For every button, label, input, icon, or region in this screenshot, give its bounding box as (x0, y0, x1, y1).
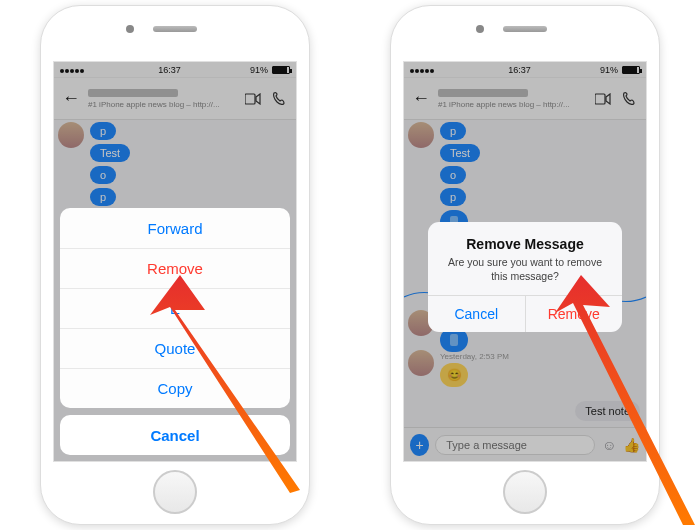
home-button[interactable] (503, 470, 547, 514)
screen-right: 16:37 91% ← #1 iPhone apple news blog – … (403, 61, 647, 462)
action-forward[interactable]: Forward (60, 208, 290, 248)
speaker-grille (153, 26, 197, 32)
home-button[interactable] (153, 470, 197, 514)
remove-alert: Remove Message Are you sure you want to … (428, 222, 622, 332)
alert-message: Are you sure you want to remove this mes… (444, 256, 606, 283)
alert-cancel[interactable]: Cancel (428, 296, 525, 332)
action-sheet: Forward Remove E Quote Copy Cancel (60, 208, 290, 455)
screen-left: 16:37 91% ← #1 iPhone apple news blog – … (53, 61, 297, 462)
alert-title: Remove Message (444, 236, 606, 252)
alert-remove[interactable]: Remove (525, 296, 623, 332)
action-remove[interactable]: Remove (60, 248, 290, 288)
speaker-grille (503, 26, 547, 32)
phone-right: 16:37 91% ← #1 iPhone apple news blog – … (390, 5, 660, 525)
action-cancel[interactable]: Cancel (60, 415, 290, 455)
action-edit[interactable]: E (60, 288, 290, 328)
action-quote[interactable]: Quote (60, 328, 290, 368)
phone-left: 16:37 91% ← #1 iPhone apple news blog – … (40, 5, 310, 525)
camera-dot (476, 25, 484, 33)
camera-dot (126, 25, 134, 33)
action-copy[interactable]: Copy (60, 368, 290, 408)
